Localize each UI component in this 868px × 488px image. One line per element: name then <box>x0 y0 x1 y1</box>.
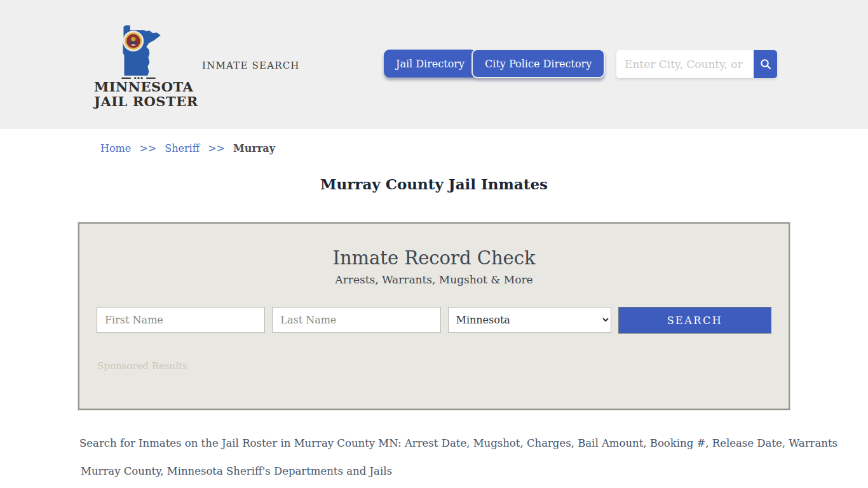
search-icon <box>759 58 772 71</box>
last-name-input[interactable] <box>272 307 440 333</box>
facility-search-input[interactable] <box>616 50 754 78</box>
breadcrumb-home-link[interactable]: Home <box>100 142 131 154</box>
search-submit-button[interactable]: SEARCH <box>618 307 771 334</box>
inmate-record-check-panel: Inmate Record Check Arrests, Warrants, M… <box>78 222 790 410</box>
breadcrumb-separator: >> <box>139 142 156 154</box>
breadcrumb: Home >> Sheriff >> Murray <box>100 142 868 154</box>
state-select[interactable]: Minnesota <box>448 307 611 333</box>
header-nav: Jail Directory City Police Directory <box>384 50 605 78</box>
header: MINNESOTA JAIL ROSTER INMATE SEARCH Jail… <box>0 0 868 129</box>
breadcrumb-separator: >> <box>208 142 225 154</box>
inmate-search-label: INMATE SEARCH <box>202 60 300 71</box>
inmate-search-form: Minnesota SEARCH <box>97 307 771 334</box>
page-title: Murray County Jail Inmates <box>0 175 868 193</box>
logo-text-line2: JAIL ROSTER <box>94 95 183 109</box>
first-name-input[interactable] <box>97 307 265 333</box>
panel-heading: Inmate Record Check <box>79 247 789 269</box>
facility-search-button[interactable] <box>754 50 777 78</box>
panel-subheading: Arrests, Warrants, Mugshot & More <box>79 273 789 286</box>
breadcrumb-current-murray: Murray <box>233 142 275 154</box>
minnesota-state-icon <box>114 24 163 79</box>
header-search <box>616 50 777 78</box>
footer-description-line: Search for Inmates on the Jail Roster in… <box>79 437 868 449</box>
site-logo[interactable]: MINNESOTA JAIL ROSTER <box>94 24 183 109</box>
sponsored-results-label: Sponsored Results <box>97 360 789 372</box>
footer-county-line: Murray County, Minnesota Sheriff's Depar… <box>81 465 868 477</box>
breadcrumb-sheriff-link[interactable]: Sheriff <box>165 142 200 154</box>
city-police-directory-button[interactable]: City Police Directory <box>471 49 605 78</box>
logo-text-line1: MINNESOTA <box>94 80 183 95</box>
jail-directory-button[interactable]: Jail Directory <box>384 50 477 78</box>
